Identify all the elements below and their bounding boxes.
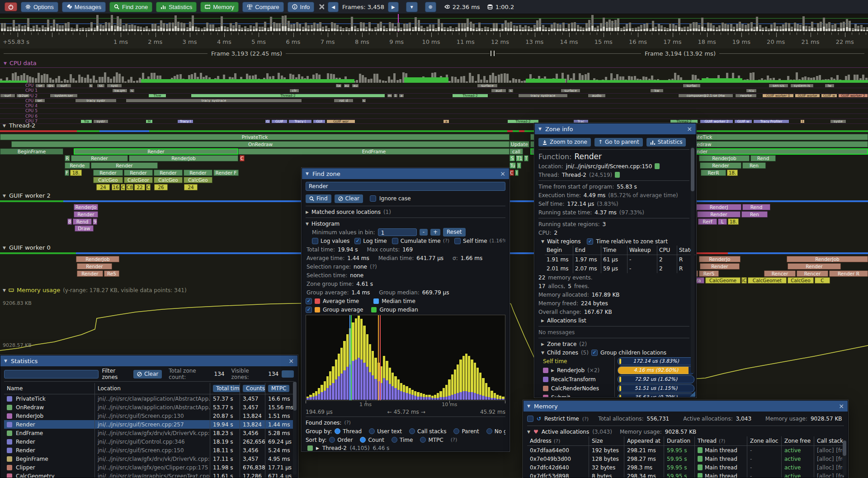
find-zone-histogram[interactable] — [306, 315, 505, 401]
cpu-zone-chip[interactable]: s — [89, 84, 93, 88]
collapse-icon[interactable]: ▼ — [306, 222, 309, 226]
timeline-zone[interactable]: Update — [509, 141, 529, 147]
resize-handle[interactable] — [690, 391, 695, 397]
cpu-data-header[interactable]: ▼CPU data — [0, 59, 868, 68]
cpu-zone-chip[interactable]: sel — [34, 99, 45, 103]
time-ruler[interactable]: +55.83 s1 ms2 ms3 ms4 ms5 ms6 ms7 ms8 ms… — [0, 32, 868, 48]
cpu-zone-chip[interactable]: ss — [97, 84, 105, 88]
cpu-zone-chip[interactable]: se — [35, 84, 45, 88]
allocation-row[interactable]: 0x7dfaa64e00192 bytes298.21 ms59.95 sMai… — [527, 446, 844, 454]
timeline-zone[interactable]: 8 — [67, 218, 72, 225]
cpu-zone-chip[interactable]: Thre — [148, 94, 166, 98]
relative-time-checkbox[interactable]: ✓ — [587, 238, 593, 245]
timeline-zone[interactable]: Ren — [741, 211, 768, 218]
radio-option[interactable]: Parent — [453, 428, 479, 435]
timeline-zone[interactable]: Render — [74, 211, 98, 218]
timeline-zone[interactable]: Re5 — [104, 270, 119, 277]
statistics-button[interactable]: Statistics — [156, 2, 197, 12]
child-zone-row[interactable]: ▶RenderJob(×2)4.16 ms (92.60%) — [538, 366, 689, 375]
log-time-checkbox[interactable]: ✓ — [354, 238, 361, 244]
group-children-checkbox[interactable]: ✓ — [591, 350, 598, 356]
memory-button[interactable]: Memory — [200, 2, 239, 12]
timeline-zone[interactable]: 16 — [112, 184, 120, 190]
frames-row[interactable]: Frame 3,193 (22.45 ms)Frame 3,194 (13.92… — [0, 48, 868, 59]
cumulate-time-checkbox[interactable] — [392, 238, 398, 244]
cpu-zone-chip[interactable]: system-is — [790, 84, 814, 88]
alloc-button[interactable]: [alloc] — [817, 447, 834, 454]
timeline-zone[interactable]: Render — [184, 170, 212, 176]
timeline-zone[interactable]: EndFrame — [238, 148, 509, 155]
cpu-zone-chip[interactable]: surfac — [683, 84, 701, 88]
expand-icon[interactable]: ▶ — [541, 318, 544, 323]
cpu-zone-chip[interactable]: GUIF — [271, 119, 288, 123]
timeline-zone[interactable]: R — [65, 155, 70, 161]
timeline-zone[interactable]: RenderJo — [699, 256, 741, 262]
radio-option[interactable]: Thread — [335, 428, 362, 435]
timeline-zone[interactable]: C — [815, 277, 830, 284]
cpu-zone-chip[interactable]: Thread-2 — [191, 94, 385, 98]
cpu-zone-chip[interactable]: Tracy ( — [288, 119, 312, 123]
cpu-zone-chip[interactable]: a — [443, 119, 449, 123]
frame-span[interactable]: Frame 3,194 (13.92 ms) — [496, 48, 864, 59]
cpu-zone-chip[interactable]: sen-sis — [769, 84, 788, 88]
timeline-zone[interactable]: CalcGeomet — [748, 277, 787, 284]
cpu-zone-chip[interactable]: s — [129, 89, 135, 93]
timeline-zone[interactable]: CalcGeo — [184, 177, 212, 183]
col-zone-alloc[interactable]: Zone alloc — [747, 436, 781, 445]
stats-row[interactable]: EndFramejni/../jni/src/claw/gfx/drv/vk/D… — [4, 429, 294, 437]
timeline-zone[interactable]: 22 — [134, 184, 145, 190]
radio-option[interactable]: Call stacks — [409, 428, 446, 435]
timeline-zone[interactable]: Render — [93, 170, 123, 176]
col-zone-free[interactable]: Zone free — [781, 436, 814, 445]
cpu-zone-chip[interactable]: rot_d — [334, 99, 354, 103]
child-zone-row[interactable]: Self time172.14 us (3.83%) — [538, 357, 689, 366]
cpu-zone-chip[interactable]: audio — [588, 94, 606, 98]
alloc-button[interactable]: [alloc] — [817, 464, 834, 471]
child-zone-row[interactable]: RecalcTransform72.92 us (1.62%) — [538, 375, 689, 384]
timeline-zone[interactable]: C — [121, 184, 125, 190]
timeline-zone[interactable]: CalcGeome — [705, 277, 741, 284]
col-size[interactable]: Size — [589, 436, 624, 445]
thread-header[interactable]: ▼Thread-2 — [3, 122, 35, 129]
thread-header[interactable]: ▼GUIF worker 2 — [3, 192, 51, 199]
allocation-row[interactable]: 0x7dfc42d64032 bytes298.3 ms59.95 sMain … — [527, 463, 844, 472]
timeline-zone[interactable]: OnRedraw — [11, 141, 509, 147]
timeline-zone[interactable]: 18. — [728, 218, 739, 225]
cpu-zone-chip[interactable]: s — [508, 89, 514, 93]
scrollbar-thumb[interactable] — [293, 382, 297, 411]
timeline-zone[interactable]: Rende — [65, 162, 90, 169]
radio-option[interactable]: No groupi — [486, 428, 505, 435]
col-call-stack[interactable]: Call stack — [814, 436, 844, 445]
timeline-zone[interactable]: BeginFrame — [0, 148, 63, 155]
collapse-icon[interactable]: ▼ — [541, 350, 544, 355]
stats-row[interactable]: BeginFramejni/../jni/src/claw/gfx/drv/vk… — [4, 454, 294, 463]
radio-option[interactable]: MTPC — [420, 437, 443, 443]
stats-row[interactable]: PrivateTickjni/../jni/src/claw/applicati… — [4, 394, 294, 403]
cpu-zone-chip[interactable]: lja — [335, 84, 342, 88]
decrease-button[interactable]: - — [420, 229, 428, 236]
cpu-zone-chip[interactable]: Thread-2 — [452, 94, 488, 98]
timeline-zone[interactable]: C8 — [126, 184, 133, 190]
close-icon[interactable]: × — [500, 170, 505, 177]
radio-option[interactable]: Time — [392, 437, 413, 443]
timeline-zone[interactable]: Render — [77, 263, 112, 270]
cpu-zone-chip[interactable]: surf — [56, 84, 71, 88]
stats-row[interactable]: CalcGeometryjni/../jni/src/claw/graphics… — [4, 472, 294, 478]
zoom-to-zone-button[interactable]: Zoom to zone — [538, 138, 591, 147]
cpu-zone-chip[interactable]: GUIF worker 0 — [762, 94, 794, 98]
timeline-zone[interactable]: Render R — [829, 270, 868, 277]
timeline-zone[interactable]: Ren — [742, 162, 766, 169]
timeline-zone[interactable]: Render — [124, 170, 153, 176]
timeline-zone[interactable]: Rerf — [698, 218, 717, 225]
cpu-zone-chip[interactable]: GUI — [313, 119, 326, 123]
timeline-zone[interactable]: 9 — [93, 218, 97, 225]
statistics-titlebar[interactable]: ▼Statistics× — [0, 355, 297, 366]
cpu-zone-chip[interactable]: au — [344, 84, 350, 88]
frame-dropdown-button[interactable]: ▼ — [406, 2, 418, 12]
timeline-zone[interactable]: F — [65, 170, 69, 176]
cpu-zone-chip[interactable]: 1 — [393, 94, 398, 98]
timeline-zone[interactable]: C — [240, 155, 245, 161]
cpu-zone-chip[interactable]: Tracy I — [177, 119, 193, 123]
timeline-zone[interactable]: C — [509, 170, 514, 176]
zone-info-titlebar[interactable]: ▼Zone info× — [535, 123, 696, 134]
